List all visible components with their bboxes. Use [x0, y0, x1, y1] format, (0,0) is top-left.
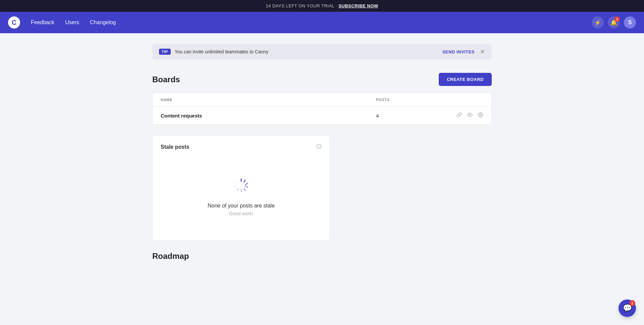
- stale-posts-card: Stale posts: [152, 135, 330, 241]
- board-name: Content requests: [161, 113, 376, 119]
- board-posts: 4: [376, 113, 443, 119]
- svg-line-13: [235, 183, 237, 185]
- trial-message: 14 DAYS LEFT ON YOUR TRIAL ·: [266, 3, 338, 8]
- settings-icon[interactable]: [478, 112, 483, 119]
- send-invites-button[interactable]: SEND INVITES: [442, 49, 475, 54]
- stale-empty-message: None of your posts are stale: [208, 203, 275, 209]
- logo-letter: C: [12, 19, 16, 27]
- board-table: NAME POSTS Content requests 4: [152, 93, 492, 125]
- svg-line-6: [244, 180, 245, 182]
- svg-line-14: [237, 180, 238, 182]
- nav-link-changelog[interactable]: Changelog: [90, 19, 116, 26]
- stale-empty-state: None of your posts are stale Great work!: [161, 167, 322, 232]
- nav-link-feedback[interactable]: Feedback: [31, 19, 54, 26]
- trial-banner: 14 DAYS LEFT ON YOUR TRIAL · SUBSCRIBE N…: [0, 0, 644, 12]
- tip-close-button[interactable]: ✕: [480, 49, 485, 55]
- create-board-button[interactable]: CREATE BOARD: [439, 73, 492, 86]
- col-name: NAME: [161, 98, 376, 102]
- tip-badge: TIP: [159, 49, 171, 55]
- notification-badge: 1: [614, 16, 620, 22]
- navbar-actions: ⚡ 🔔 1 S: [592, 16, 636, 29]
- lightning-button[interactable]: ⚡: [592, 16, 604, 29]
- stale-header: Stale posts: [161, 144, 322, 150]
- boards-section-header: Boards CREATE BOARD: [152, 73, 492, 86]
- navbar-links: Feedback Users Changelog: [31, 19, 592, 26]
- logo[interactable]: C: [8, 16, 20, 29]
- boards-title: Boards: [152, 75, 180, 84]
- board-actions: [443, 112, 483, 119]
- notifications-button[interactable]: 🔔 1: [608, 16, 620, 29]
- lightning-icon: ⚡: [594, 19, 601, 26]
- stale-empty-sub: Great work!: [229, 211, 253, 216]
- col-actions: [443, 98, 483, 102]
- svg-line-12: [235, 186, 237, 187]
- main-content: TIP You can invite unlimited teammates t…: [144, 33, 500, 274]
- eye-icon[interactable]: [467, 112, 473, 119]
- link-icon[interactable]: [457, 112, 462, 119]
- avatar-letter: S: [628, 19, 632, 26]
- stale-info-icon[interactable]: [316, 144, 322, 150]
- subscribe-link[interactable]: SUBSCRIBE NOW: [338, 3, 378, 8]
- svg-line-9: [244, 188, 245, 191]
- svg-line-7: [245, 183, 248, 185]
- spinner-icon: [233, 177, 249, 195]
- svg-line-8: [245, 186, 248, 187]
- navbar: C Feedback Users Changelog ⚡ 🔔 1 S: [0, 12, 644, 33]
- roadmap-title: Roadmap: [152, 251, 492, 261]
- user-avatar[interactable]: S: [624, 16, 636, 29]
- tip-banner: TIP You can invite unlimited teammates t…: [152, 44, 492, 59]
- tip-text: You can invite unlimited teammates to Ca…: [175, 49, 442, 54]
- table-row[interactable]: Content requests 4: [153, 107, 491, 124]
- stale-title: Stale posts: [161, 144, 189, 150]
- col-posts: POSTS: [376, 98, 443, 102]
- svg-point-1: [480, 114, 481, 115]
- table-header: NAME POSTS: [153, 93, 491, 107]
- nav-link-users[interactable]: Users: [65, 19, 79, 26]
- svg-line-11: [237, 188, 238, 191]
- svg-point-0: [469, 114, 471, 115]
